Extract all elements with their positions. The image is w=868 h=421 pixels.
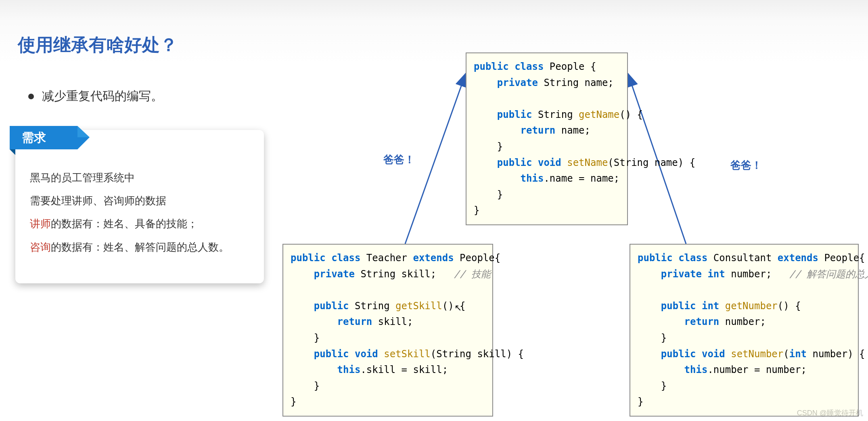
req-line-2: 需要处理讲师、咨询师的数据 (30, 189, 249, 212)
requirements-tab: 需求 (10, 126, 77, 149)
arrow-label-right: 爸爸！ (730, 158, 762, 172)
tab-corner-icon (77, 126, 90, 137)
arrow-label-left: 爸爸！ (383, 153, 415, 167)
requirements-tab-label: 需求 (22, 130, 46, 146)
tab-shadow-icon (10, 149, 15, 155)
requirements-card: 需求 黑马的员工管理系统中 需要处理讲师、咨询师的数据 讲师的数据有：姓名、具备… (15, 130, 264, 283)
code-box-consultant: public class Consultant extends People{ … (630, 244, 859, 417)
req-line-4: 咨询的数据有：姓名、解答问题的总人数。 (30, 236, 249, 259)
bullet-text: 减少重复代码的编写。 (42, 88, 163, 105)
req-line-3: 讲师的数据有：姓名、具备的技能； (30, 212, 249, 235)
page-title: 使用继承有啥好处？ (18, 33, 178, 57)
req-highlight-teacher: 讲师 (30, 218, 51, 230)
cursor-icon: ↖ (454, 303, 462, 313)
bullet-icon (28, 94, 34, 99)
bullet-item: 减少重复代码的编写。 (28, 88, 163, 105)
requirements-content: 黑马的员工管理系统中 需要处理讲师、咨询师的数据 讲师的数据有：姓名、具备的技能… (15, 130, 264, 271)
tab-corner2-icon (77, 137, 90, 149)
code-box-people: public class People { private String nam… (466, 52, 628, 225)
req-highlight-consultant: 咨询 (30, 241, 51, 253)
watermark: CSDN @睡觉待开机 (797, 408, 863, 418)
code-box-teacher: public class Teacher extends People{ pri… (282, 244, 493, 417)
req-line-1: 黑马的员工管理系统中 (30, 166, 249, 189)
